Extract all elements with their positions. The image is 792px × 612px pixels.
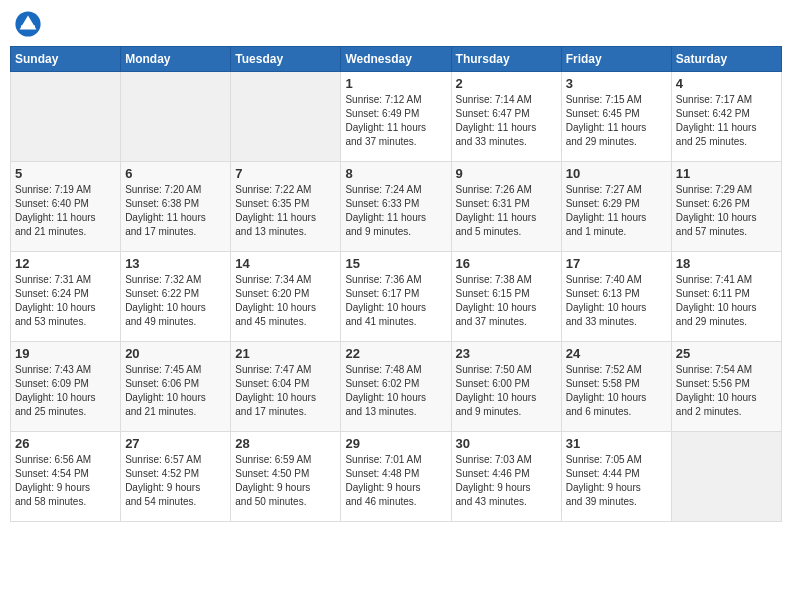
day-number: 18 bbox=[676, 256, 777, 271]
day-info: Sunrise: 7:54 AM Sunset: 5:56 PM Dayligh… bbox=[676, 363, 777, 419]
calendar-cell: 16Sunrise: 7:38 AM Sunset: 6:15 PM Dayli… bbox=[451, 252, 561, 342]
calendar-cell: 28Sunrise: 6:59 AM Sunset: 4:50 PM Dayli… bbox=[231, 432, 341, 522]
calendar-cell: 24Sunrise: 7:52 AM Sunset: 5:58 PM Dayli… bbox=[561, 342, 671, 432]
calendar-cell: 27Sunrise: 6:57 AM Sunset: 4:52 PM Dayli… bbox=[121, 432, 231, 522]
calendar-week-row: 19Sunrise: 7:43 AM Sunset: 6:09 PM Dayli… bbox=[11, 342, 782, 432]
day-number: 3 bbox=[566, 76, 667, 91]
weekday-header: Tuesday bbox=[231, 47, 341, 72]
calendar-cell: 25Sunrise: 7:54 AM Sunset: 5:56 PM Dayli… bbox=[671, 342, 781, 432]
day-number: 28 bbox=[235, 436, 336, 451]
day-info: Sunrise: 7:48 AM Sunset: 6:02 PM Dayligh… bbox=[345, 363, 446, 419]
calendar-table: SundayMondayTuesdayWednesdayThursdayFrid… bbox=[10, 46, 782, 522]
day-number: 11 bbox=[676, 166, 777, 181]
day-number: 24 bbox=[566, 346, 667, 361]
calendar-cell: 7Sunrise: 7:22 AM Sunset: 6:35 PM Daylig… bbox=[231, 162, 341, 252]
day-info: Sunrise: 7:45 AM Sunset: 6:06 PM Dayligh… bbox=[125, 363, 226, 419]
day-info: Sunrise: 7:41 AM Sunset: 6:11 PM Dayligh… bbox=[676, 273, 777, 329]
day-number: 25 bbox=[676, 346, 777, 361]
logo-icon bbox=[14, 10, 42, 38]
calendar-cell: 8Sunrise: 7:24 AM Sunset: 6:33 PM Daylig… bbox=[341, 162, 451, 252]
day-number: 14 bbox=[235, 256, 336, 271]
calendar-cell bbox=[121, 72, 231, 162]
day-info: Sunrise: 7:05 AM Sunset: 4:44 PM Dayligh… bbox=[566, 453, 667, 509]
day-info: Sunrise: 7:20 AM Sunset: 6:38 PM Dayligh… bbox=[125, 183, 226, 239]
day-info: Sunrise: 7:29 AM Sunset: 6:26 PM Dayligh… bbox=[676, 183, 777, 239]
day-info: Sunrise: 7:01 AM Sunset: 4:48 PM Dayligh… bbox=[345, 453, 446, 509]
weekday-header: Saturday bbox=[671, 47, 781, 72]
day-info: Sunrise: 6:59 AM Sunset: 4:50 PM Dayligh… bbox=[235, 453, 336, 509]
calendar-cell: 19Sunrise: 7:43 AM Sunset: 6:09 PM Dayli… bbox=[11, 342, 121, 432]
calendar-cell: 18Sunrise: 7:41 AM Sunset: 6:11 PM Dayli… bbox=[671, 252, 781, 342]
day-info: Sunrise: 7:50 AM Sunset: 6:00 PM Dayligh… bbox=[456, 363, 557, 419]
svg-rect-2 bbox=[21, 25, 35, 28]
calendar-cell bbox=[671, 432, 781, 522]
day-number: 30 bbox=[456, 436, 557, 451]
calendar-cell: 14Sunrise: 7:34 AM Sunset: 6:20 PM Dayli… bbox=[231, 252, 341, 342]
day-number: 9 bbox=[456, 166, 557, 181]
calendar-cell: 29Sunrise: 7:01 AM Sunset: 4:48 PM Dayli… bbox=[341, 432, 451, 522]
day-number: 6 bbox=[125, 166, 226, 181]
calendar-cell: 17Sunrise: 7:40 AM Sunset: 6:13 PM Dayli… bbox=[561, 252, 671, 342]
day-number: 22 bbox=[345, 346, 446, 361]
day-number: 2 bbox=[456, 76, 557, 91]
weekday-header: Monday bbox=[121, 47, 231, 72]
day-number: 27 bbox=[125, 436, 226, 451]
day-info: Sunrise: 7:26 AM Sunset: 6:31 PM Dayligh… bbox=[456, 183, 557, 239]
day-info: Sunrise: 7:03 AM Sunset: 4:46 PM Dayligh… bbox=[456, 453, 557, 509]
weekday-header: Wednesday bbox=[341, 47, 451, 72]
calendar-week-row: 12Sunrise: 7:31 AM Sunset: 6:24 PM Dayli… bbox=[11, 252, 782, 342]
calendar-cell: 23Sunrise: 7:50 AM Sunset: 6:00 PM Dayli… bbox=[451, 342, 561, 432]
day-number: 19 bbox=[15, 346, 116, 361]
logo bbox=[14, 10, 46, 38]
calendar-cell: 2Sunrise: 7:14 AM Sunset: 6:47 PM Daylig… bbox=[451, 72, 561, 162]
calendar-cell: 15Sunrise: 7:36 AM Sunset: 6:17 PM Dayli… bbox=[341, 252, 451, 342]
calendar-cell: 26Sunrise: 6:56 AM Sunset: 4:54 PM Dayli… bbox=[11, 432, 121, 522]
day-info: Sunrise: 7:43 AM Sunset: 6:09 PM Dayligh… bbox=[15, 363, 116, 419]
day-number: 23 bbox=[456, 346, 557, 361]
weekday-header: Thursday bbox=[451, 47, 561, 72]
day-number: 8 bbox=[345, 166, 446, 181]
day-number: 15 bbox=[345, 256, 446, 271]
day-info: Sunrise: 7:24 AM Sunset: 6:33 PM Dayligh… bbox=[345, 183, 446, 239]
day-number: 4 bbox=[676, 76, 777, 91]
calendar-cell: 30Sunrise: 7:03 AM Sunset: 4:46 PM Dayli… bbox=[451, 432, 561, 522]
calendar-week-row: 5Sunrise: 7:19 AM Sunset: 6:40 PM Daylig… bbox=[11, 162, 782, 252]
day-info: Sunrise: 7:27 AM Sunset: 6:29 PM Dayligh… bbox=[566, 183, 667, 239]
calendar-header-row: SundayMondayTuesdayWednesdayThursdayFrid… bbox=[11, 47, 782, 72]
calendar-cell: 3Sunrise: 7:15 AM Sunset: 6:45 PM Daylig… bbox=[561, 72, 671, 162]
day-info: Sunrise: 6:56 AM Sunset: 4:54 PM Dayligh… bbox=[15, 453, 116, 509]
calendar-cell: 6Sunrise: 7:20 AM Sunset: 6:38 PM Daylig… bbox=[121, 162, 231, 252]
calendar-cell: 4Sunrise: 7:17 AM Sunset: 6:42 PM Daylig… bbox=[671, 72, 781, 162]
calendar-cell: 21Sunrise: 7:47 AM Sunset: 6:04 PM Dayli… bbox=[231, 342, 341, 432]
day-number: 20 bbox=[125, 346, 226, 361]
day-number: 21 bbox=[235, 346, 336, 361]
day-number: 7 bbox=[235, 166, 336, 181]
day-info: Sunrise: 7:14 AM Sunset: 6:47 PM Dayligh… bbox=[456, 93, 557, 149]
day-info: Sunrise: 7:34 AM Sunset: 6:20 PM Dayligh… bbox=[235, 273, 336, 329]
calendar-cell: 13Sunrise: 7:32 AM Sunset: 6:22 PM Dayli… bbox=[121, 252, 231, 342]
day-number: 5 bbox=[15, 166, 116, 181]
day-info: Sunrise: 7:19 AM Sunset: 6:40 PM Dayligh… bbox=[15, 183, 116, 239]
day-number: 12 bbox=[15, 256, 116, 271]
calendar-cell bbox=[11, 72, 121, 162]
calendar-cell: 9Sunrise: 7:26 AM Sunset: 6:31 PM Daylig… bbox=[451, 162, 561, 252]
day-number: 10 bbox=[566, 166, 667, 181]
day-number: 13 bbox=[125, 256, 226, 271]
day-info: Sunrise: 7:12 AM Sunset: 6:49 PM Dayligh… bbox=[345, 93, 446, 149]
calendar-cell: 11Sunrise: 7:29 AM Sunset: 6:26 PM Dayli… bbox=[671, 162, 781, 252]
calendar-week-row: 26Sunrise: 6:56 AM Sunset: 4:54 PM Dayli… bbox=[11, 432, 782, 522]
calendar-cell: 31Sunrise: 7:05 AM Sunset: 4:44 PM Dayli… bbox=[561, 432, 671, 522]
day-info: Sunrise: 6:57 AM Sunset: 4:52 PM Dayligh… bbox=[125, 453, 226, 509]
day-info: Sunrise: 7:47 AM Sunset: 6:04 PM Dayligh… bbox=[235, 363, 336, 419]
day-info: Sunrise: 7:52 AM Sunset: 5:58 PM Dayligh… bbox=[566, 363, 667, 419]
day-info: Sunrise: 7:32 AM Sunset: 6:22 PM Dayligh… bbox=[125, 273, 226, 329]
page-header bbox=[10, 10, 782, 38]
day-info: Sunrise: 7:15 AM Sunset: 6:45 PM Dayligh… bbox=[566, 93, 667, 149]
weekday-header: Sunday bbox=[11, 47, 121, 72]
day-number: 1 bbox=[345, 76, 446, 91]
calendar-cell: 12Sunrise: 7:31 AM Sunset: 6:24 PM Dayli… bbox=[11, 252, 121, 342]
calendar-week-row: 1Sunrise: 7:12 AM Sunset: 6:49 PM Daylig… bbox=[11, 72, 782, 162]
day-info: Sunrise: 7:36 AM Sunset: 6:17 PM Dayligh… bbox=[345, 273, 446, 329]
day-number: 29 bbox=[345, 436, 446, 451]
weekday-header: Friday bbox=[561, 47, 671, 72]
